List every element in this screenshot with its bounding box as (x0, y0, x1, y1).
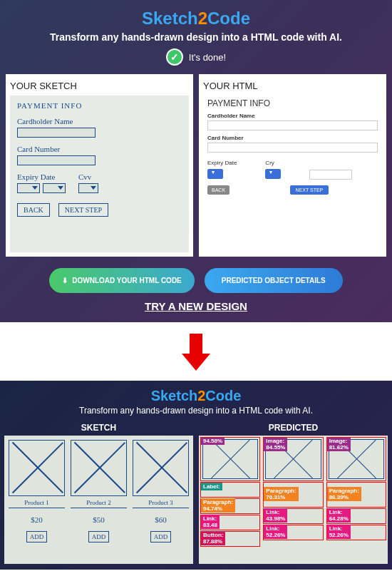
bottom-columns: SKETCH Product 1 $20 ADD Product 2 $50 A… (4, 423, 388, 564)
sketch-select (17, 183, 40, 193)
sketch-select (43, 183, 66, 193)
action-row: ⬇ DOWNLOAD YOUR HTML CODE PREDICTED OBJE… (6, 268, 386, 293)
product-image-icon (9, 440, 65, 496)
panel-title: YOUR SKETCH (10, 78, 189, 96)
pred-image-box: 94.58% (200, 437, 260, 481)
pred-image-box: Image:81.62% (326, 437, 386, 481)
status-row: ✓ It's done! (6, 48, 386, 66)
class-tag: Paragraph:70.31% (264, 487, 298, 501)
pred-col: Image:81.62% Paragraph:86.39% Link:64.28… (326, 437, 386, 562)
tagline: Transform any hands-drawn design into a … (6, 31, 386, 43)
class-tag: Link:64.28% (327, 508, 351, 523)
class-tag: Image:84.55% (264, 437, 287, 451)
pred-image-box: Image:84.55% (263, 437, 323, 481)
try-new-design-link[interactable]: TRY A NEW DESIGN (6, 300, 386, 312)
logo-part: Sketch (142, 9, 198, 28)
checkmark-icon: ✓ (166, 48, 183, 66)
class-tag: Link:83.48 (201, 515, 220, 529)
product-image-icon (71, 440, 127, 496)
pred-label-box: Label: (200, 482, 260, 498)
html-preview: PAYMENT INFO Cardholder Name Card Number… (203, 96, 382, 197)
logo-part: Code (207, 9, 250, 28)
class-tag: Link:52.26% (264, 525, 287, 539)
class-tag: Paragraph:86.39% (327, 487, 361, 501)
class-tag: Image:81.62% (327, 437, 351, 451)
sketch-input (17, 155, 96, 165)
html-label: Cry (265, 160, 281, 166)
html-label: Card Number (207, 135, 378, 141)
predicted-details-button[interactable]: PREDICTED OBJECT DETAILS (205, 268, 343, 293)
html-next-btn: NEXT STEP (290, 185, 329, 195)
class-tag: Paragraph:94.74% (201, 498, 235, 513)
bottom-section: Sketch2Code Transform any hands-drawn de… (0, 381, 392, 570)
sketch-back-btn: BACK (17, 203, 50, 217)
logo: Sketch2Code (4, 388, 388, 404)
logo-part: 2 (198, 9, 207, 28)
html-back-btn: BACK (207, 185, 229, 195)
predicted-column: PREDICTED 94.58% Label: Paragraph:94.74%… (199, 423, 388, 564)
html-input (309, 170, 352, 180)
pred-col: Image:84.55% Paragraph:70.31% Link:43.98… (263, 437, 323, 562)
sketch-label: Cardholder Name (17, 117, 182, 125)
sketch-label: Expiry Date (17, 173, 66, 181)
html-input (207, 120, 378, 130)
column-title: SKETCH (4, 423, 193, 433)
pred-paragraph-box: Paragraph:70.31% (263, 482, 323, 508)
product-name: Product 3 (133, 499, 189, 508)
download-label: DOWNLOAD YOUR HTML CODE (72, 277, 182, 284)
add-button: ADD (88, 531, 110, 542)
sketch-label: Card Number (17, 145, 182, 153)
predicted-overlay: 94.58% Label: Paragraph:94.74% Link:83.4… (199, 436, 388, 564)
pred-link-box: Link:83.48 (200, 515, 260, 530)
status-text: It's done! (189, 52, 226, 63)
html-title: PAYMENT INFO (207, 98, 378, 108)
product-image-icon (133, 440, 189, 496)
class-tag: Link:43.98% (264, 508, 287, 523)
class-tag: Button:87.88% (201, 531, 225, 545)
add-button: ADD (26, 531, 48, 542)
download-icon: ⬇ (62, 277, 68, 284)
pred-link-box: Link:64.28% (326, 508, 386, 524)
arrow-zone (0, 322, 392, 381)
sketch-input-small (78, 183, 98, 193)
html-label: Cardholder Name (207, 113, 378, 119)
product-col: Product 2 $50 ADD (71, 440, 127, 560)
html-select (265, 169, 281, 179)
pred-col: 94.58% Label: Paragraph:94.74% Link:83.4… (200, 437, 260, 562)
pred-button-box: Button:87.88% (200, 531, 260, 547)
product-name: Product 1 (9, 499, 65, 508)
arrow-down-icon (182, 334, 210, 374)
pred-link-box: Link:43.98% (263, 508, 323, 524)
pred-paragraph-box: Paragraph:94.74% (200, 498, 260, 514)
sketch-label: Cvv (78, 173, 98, 181)
logo: Sketch2Code (6, 9, 386, 29)
product-price: $20 (9, 515, 65, 524)
pred-link-box: Link:52.26% (263, 525, 323, 540)
sketch-products: Product 1 $20 ADD Product 2 $50 ADD Prod… (4, 436, 193, 564)
html-label: Expiry Date (207, 160, 237, 166)
download-button[interactable]: ⬇ DOWNLOAD YOUR HTML CODE (49, 268, 195, 293)
panels: YOUR SKETCH PAYMENT INFO Cardholder Name… (6, 74, 386, 257)
product-col: Product 1 $20 ADD (9, 440, 65, 560)
logo-part: Code (205, 388, 241, 403)
sketch-title: PAYMENT INFO (17, 101, 182, 110)
html-panel: YOUR HTML PAYMENT INFO Cardholder Name C… (199, 74, 386, 257)
product-price: $60 (133, 515, 189, 524)
pred-paragraph-box: Paragraph:86.39% (326, 482, 386, 508)
product-price: $50 (71, 515, 127, 524)
top-section: Sketch2Code Transform any hands-drawn de… (0, 0, 392, 322)
logo-part: Sketch (151, 388, 198, 403)
column-title: PREDICTED (199, 423, 388, 433)
product-name: Product 2 (71, 499, 127, 508)
tagline: Transform any hands-drawn design into a … (4, 406, 388, 416)
sketch-next-btn: NEXT STEP (58, 203, 108, 217)
sketch-image: PAYMENT INFO Cardholder Name Card Number… (10, 96, 189, 252)
add-button: ADD (150, 531, 172, 542)
product-col: Product 3 $60 ADD (133, 440, 189, 560)
class-tag: Label: (201, 483, 222, 490)
pred-link-box: Link:52.26% (326, 525, 386, 540)
panel-title: YOUR HTML (203, 78, 382, 96)
sketch-column: SKETCH Product 1 $20 ADD Product 2 $50 A… (4, 423, 193, 564)
sketch-panel: YOUR SKETCH PAYMENT INFO Cardholder Name… (6, 74, 193, 257)
class-tag: Link:52.26% (327, 525, 351, 539)
